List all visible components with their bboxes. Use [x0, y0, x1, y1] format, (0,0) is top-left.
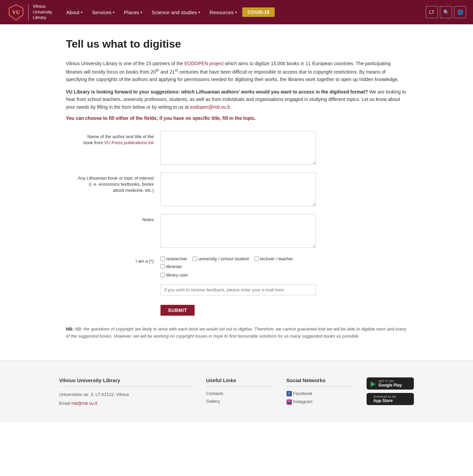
- intro-paragraph-2: VU Library is looking forward to your su…: [66, 88, 407, 111]
- checkbox-teacher[interactable]: lecturer / teacher: [254, 256, 293, 261]
- footer-col-1: Vilnius University Library Universiteto …: [59, 377, 193, 408]
- checkbox-teacher-input[interactable]: [254, 257, 259, 261]
- nb-note: NB: NB: the questions of copyright are l…: [66, 326, 407, 340]
- app-buttons: ▶ GET IT ON Google Play Download on the …: [367, 377, 414, 405]
- app-store-text: Download on the App Store: [373, 395, 396, 403]
- email-link[interactable]: eodopen@mb.vu.lt: [190, 104, 230, 110]
- form-control-email: [160, 284, 316, 295]
- role-checkbox-group: researcher university / school student l…: [160, 256, 316, 269]
- form-control-1: [160, 131, 316, 166]
- nav-science[interactable]: Science and studies ▾: [148, 7, 204, 17]
- globe-icon: 🌐: [457, 9, 463, 15]
- nav-places[interactable]: Places ▾: [120, 7, 146, 17]
- checkbox-researcher-input[interactable]: [160, 257, 165, 261]
- checkbox-librarian-input[interactable]: [160, 264, 165, 269]
- facebook-icon: f: [287, 391, 292, 396]
- form-row-2: Any Lithuanian book or topic of interest…: [66, 173, 407, 207]
- globe-button[interactable]: 🌐: [454, 6, 466, 18]
- nav-resources-arrow: ▾: [235, 10, 237, 14]
- footer-address: Universiteto str. 3, LT-01122, Vilnius: [59, 391, 193, 398]
- footer-title-1: Vilnius University Library: [59, 377, 193, 387]
- author-title-input[interactable]: [160, 131, 316, 165]
- main-content: Tell us what to digitise Vilnius Univers…: [59, 24, 414, 360]
- eodopen-link[interactable]: EODOPEN project: [184, 61, 224, 66]
- form-control-notes: [160, 214, 316, 249]
- footer-inner: Vilnius University Library Universiteto …: [59, 377, 414, 408]
- form-label-email: [66, 284, 160, 287]
- site-header: VU Vilnius University Library About ▾ Se…: [0, 0, 473, 24]
- nav-about-arrow: ▾: [81, 10, 82, 14]
- footer-instagram-link[interactable]: 📷 Instagram: [287, 399, 353, 405]
- checkbox-researcher[interactable]: researcher: [160, 256, 187, 261]
- form-control-2: [160, 173, 316, 207]
- footer-email-line: Email mb@mb.vu.lt: [59, 400, 193, 407]
- nav-services-arrow: ▾: [113, 10, 115, 14]
- vu-press-link[interactable]: VU Press publications list: [104, 140, 154, 145]
- site-logo[interactable]: VU Vilnius University Library: [7, 3, 52, 22]
- footer-col-3: Social Networks f Facebook 📷 Instagram: [287, 377, 353, 407]
- form-label-notes: Notes: [66, 214, 160, 223]
- checkbox-row-2: library user: [160, 271, 316, 277]
- google-play-icon: ▶: [371, 379, 376, 388]
- instagram-icon: 📷: [287, 399, 292, 405]
- nav-science-arrow: ▾: [198, 10, 200, 14]
- book-topic-input[interactable]: [160, 173, 316, 206]
- digitise-form: Name of the author and title of the book…: [66, 131, 407, 316]
- logo-text: Vilnius University Library: [33, 4, 52, 21]
- checkbox-librarian[interactable]: librarian: [160, 264, 182, 269]
- checkbox-library-user[interactable]: library user: [160, 272, 188, 277]
- footer-facebook-link[interactable]: f Facebook: [287, 391, 353, 396]
- google-play-text: GET IT ON Google Play: [378, 379, 402, 388]
- feedback-email-input[interactable]: [160, 284, 316, 295]
- form-label-2: Any Lithuanian book or topic of interest…: [66, 173, 160, 194]
- search-icon: 🔍: [443, 9, 449, 15]
- logo-divider: [28, 4, 29, 21]
- submit-button[interactable]: SUBMIT: [160, 305, 195, 316]
- footer-title-2: Useful Links: [206, 377, 273, 387]
- intro-paragraph-1: Vilnius University Library is one of the…: [66, 60, 407, 83]
- form-row-email: [66, 284, 407, 295]
- footer-email-link[interactable]: mb@mb.vu.lt: [71, 401, 97, 406]
- form-row-1: Name of the author and title of the book…: [66, 131, 407, 166]
- language-button[interactable]: LT: [426, 6, 438, 18]
- form-row-role: I am a (*) researcher university / schoo…: [66, 256, 407, 277]
- site-footer: Vilnius University Library Universiteto …: [0, 360, 473, 422]
- form-row-notes: Notes: [66, 214, 407, 249]
- checkbox-student-input[interactable]: [193, 257, 197, 261]
- svg-text:VU: VU: [12, 9, 20, 15]
- page-title: Tell us what to digitise: [66, 38, 407, 50]
- form-label-role: I am a (*): [66, 256, 160, 264]
- footer-link-contacts[interactable]: Contacts: [206, 391, 273, 396]
- footer-col-2: Useful Links Contacts Gallery: [206, 377, 273, 406]
- main-nav: About ▾ Services ▾ Places ▾ Science and …: [62, 7, 426, 17]
- search-button[interactable]: 🔍: [440, 6, 452, 18]
- nav-resources[interactable]: Resources ▾: [205, 7, 241, 17]
- notes-input[interactable]: [160, 214, 316, 248]
- form-control-role: researcher university / school student l…: [160, 256, 316, 277]
- checkbox-student[interactable]: university / school student: [193, 256, 249, 261]
- google-play-button[interactable]: ▶ GET IT ON Google Play: [367, 377, 414, 390]
- form-label-1: Name of the author and title of the book…: [66, 131, 160, 146]
- nav-places-arrow: ▾: [141, 10, 142, 14]
- checkbox-library-user-input[interactable]: [160, 273, 165, 277]
- app-store-button[interactable]: Download on the App Store: [367, 393, 414, 405]
- footer-link-gallery[interactable]: Gallery: [206, 399, 273, 404]
- choice-note: You can choose to fill either of the fie…: [66, 115, 407, 121]
- header-actions: LT 🔍 🌐: [426, 6, 466, 18]
- nav-about[interactable]: About ▾: [62, 7, 86, 17]
- nav-services[interactable]: Services ▾: [88, 7, 119, 17]
- logo-shield-icon: VU: [7, 3, 25, 22]
- covid-button[interactable]: COVID-19: [242, 7, 275, 17]
- footer-title-3: Social Networks: [287, 377, 353, 387]
